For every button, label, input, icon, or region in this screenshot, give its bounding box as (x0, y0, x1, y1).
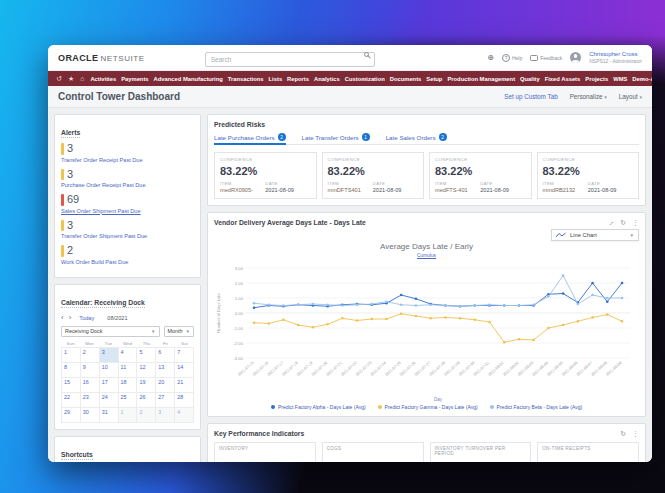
calendar-day[interactable]: 20 (156, 378, 175, 393)
alert-link[interactable]: Transfer Order Receipt Past Due (61, 157, 194, 163)
kpi-column[interactable]: COGS (322, 442, 424, 462)
quick-add-icon[interactable]: ⊕ (487, 54, 494, 62)
chevron-down-icon: ▼ (151, 329, 155, 334)
menu-item-transactions[interactable]: Transactions (228, 76, 264, 82)
help-icon[interactable]: ? (502, 54, 510, 62)
calendar-day[interactable]: 5 (137, 348, 156, 363)
risk-card[interactable]: CONFIDENCE83.22%ITEMmmDFTS401DATE2021-08… (322, 152, 425, 199)
feedback-icon[interactable] (530, 55, 538, 61)
menu-item-payments[interactable]: Payments (121, 76, 148, 82)
risk-tab[interactable]: Late Sales Orders2 (386, 133, 447, 144)
menu-item-wms[interactable]: WMS (613, 76, 627, 82)
calendar-day[interactable]: 14 (175, 363, 194, 378)
calendar-day[interactable]: 7 (175, 348, 194, 363)
search-icon[interactable] (364, 52, 369, 57)
calendar-granularity-select[interactable]: Month▼ (164, 326, 194, 337)
menu-item-lists[interactable]: Lists (269, 76, 283, 82)
calendar-day[interactable]: 16 (81, 378, 100, 393)
calendar-day[interactable]: 9 (81, 363, 100, 378)
calendar-day[interactable]: 10 (100, 363, 119, 378)
risk-tab[interactable]: Late Transfer Orders1 (302, 133, 370, 144)
chart-subtitle-link[interactable]: Cumulus (417, 253, 436, 258)
risk-tab[interactable]: Late Purchase Orders2 (214, 133, 286, 144)
calendar-day[interactable]: 17 (100, 378, 119, 393)
personalize-menu[interactable]: Personalize ▾ (570, 93, 607, 100)
menu-item-analytics[interactable]: Analytics (314, 76, 340, 82)
calendar-day[interactable]: 3 (100, 348, 119, 363)
kpi-column[interactable]: INVENTORY (214, 442, 316, 462)
calendar-day[interactable]: 6 (156, 348, 175, 363)
alert-link[interactable]: Sales Order Shipment Past Due (61, 208, 194, 214)
calendar-day[interactable]: 18 (119, 378, 138, 393)
alert-link[interactable]: Transfer Order Shipment Past Due (61, 233, 194, 239)
calendar-day[interactable]: 25 (119, 393, 138, 408)
user-avatar[interactable] (570, 52, 581, 63)
feedback-menu[interactable]: Feedback (530, 55, 562, 61)
calendar-day[interactable]: 4 (175, 408, 194, 423)
menu-overflow-icon[interactable]: ▾ (641, 75, 644, 82)
legend-item[interactable]: Predict Factory Beta - Days Late (Avg) (490, 404, 583, 410)
calendar-day[interactable]: 3 (156, 408, 175, 423)
refresh-icon[interactable]: ↻ (620, 219, 626, 226)
menu-item-projects[interactable]: Projects (585, 76, 608, 82)
calendar-day[interactable]: 22 (62, 393, 81, 408)
calendar-day[interactable]: 23 (81, 393, 100, 408)
calendar-day[interactable]: 15 (62, 378, 81, 393)
calendar-day[interactable]: 31 (100, 408, 119, 423)
calendar-day[interactable]: 30 (81, 408, 100, 423)
home-icon[interactable]: ⌂ (80, 75, 84, 82)
menu-item-setup[interactable]: Setup (426, 76, 442, 82)
legend-item[interactable]: Predict Factory Gamma - Days Late (Avg) (378, 404, 478, 410)
shortcuts-star-icon[interactable]: ★ (68, 75, 74, 82)
menu-item-activities[interactable]: Activities (90, 76, 116, 82)
calendar-day[interactable]: 21 (175, 378, 194, 393)
calendar-next-icon[interactable]: › (69, 314, 72, 322)
calendar-day[interactable]: 12 (137, 363, 156, 378)
calendar-day[interactable]: 28 (175, 393, 194, 408)
refresh-icon[interactable]: ↻ (620, 430, 626, 437)
layout-menu[interactable]: Layout ▾ (619, 93, 642, 100)
legend-item[interactable]: Predict Factory Alpha - Days Late (Avg) (271, 404, 366, 410)
calendar-day[interactable]: 24 (100, 393, 119, 408)
expand-icon[interactable]: ↔ (606, 218, 616, 228)
kebab-menu-icon[interactable]: ⋮ (632, 430, 639, 437)
netsuite-logo[interactable]: ORACLE NETSUITE (58, 53, 145, 63)
calendar-prev-icon[interactable]: ‹ (61, 314, 64, 322)
calendar-dock-select[interactable]: Receiving Dock▼ (61, 326, 160, 337)
kpi-column[interactable]: INVENTORY TURNOVER PER PERIOD (430, 442, 532, 462)
alert-link[interactable]: Work Order Build Past Due (61, 259, 194, 265)
risk-card[interactable]: CONFIDENCE83.22%ITEMmedFTS-401DATE2021-0… (429, 152, 532, 199)
menu-item-reports[interactable]: Reports (287, 76, 309, 82)
search-input[interactable] (205, 52, 375, 67)
calendar-day[interactable]: 13 (156, 363, 175, 378)
calendar-day[interactable]: 29 (62, 408, 81, 423)
calendar-day[interactable]: 27 (156, 393, 175, 408)
recent-records-icon[interactable]: ↺ (56, 75, 62, 82)
calendar-day[interactable]: 8 (62, 363, 81, 378)
menu-item-quality[interactable]: Quality (520, 76, 540, 82)
calendar-day[interactable]: 11 (119, 363, 138, 378)
menu-item-advanced-manufacturing[interactable]: Advanced Manufacturing (154, 76, 223, 82)
calendar-day[interactable]: 26 (137, 393, 156, 408)
calendar-today-link[interactable]: Today (79, 315, 94, 321)
help-menu[interactable]: ? Help (502, 54, 522, 62)
menu-item-customization[interactable]: Customization (345, 76, 385, 82)
calendar-day[interactable]: 19 (137, 378, 156, 393)
user-menu[interactable]: Christopher Cross NSPS12 - Administrator (589, 51, 642, 64)
calendar-day[interactable]: 1 (62, 348, 81, 363)
setup-custom-tab-link[interactable]: Set up Custom Tab (504, 93, 557, 100)
risk-card[interactable]: CONFIDENCE83.22%ITEMmmdRB2132DATE2021-08… (537, 152, 640, 199)
calendar-day[interactable]: 2 (81, 348, 100, 363)
calendar-day[interactable]: 1 (119, 408, 138, 423)
alert-link[interactable]: Purchase Order Receipt Past Due (61, 182, 194, 188)
menu-item-production-management[interactable]: Production Management (447, 76, 515, 82)
menu-item-fixed-assets[interactable]: Fixed Assets (545, 76, 581, 82)
risk-card[interactable]: CONFIDENCE83.22%ITEMmedRX0905-DATE2021-0… (214, 152, 317, 199)
kpi-column[interactable]: ON-TIME RECEIPTS (537, 442, 639, 462)
menu-item-documents[interactable]: Documents (390, 76, 422, 82)
kebab-menu-icon[interactable]: ⋮ (632, 219, 639, 226)
calendar-day[interactable]: 4 (119, 348, 138, 363)
chart-type-select[interactable]: Line Chart ▼ (551, 229, 639, 241)
calendar-day[interactable]: 2 (137, 408, 156, 423)
line-chart[interactable]: 3.002.001.000.00-1.00-2.00-3.002021-07-1… (214, 260, 639, 406)
